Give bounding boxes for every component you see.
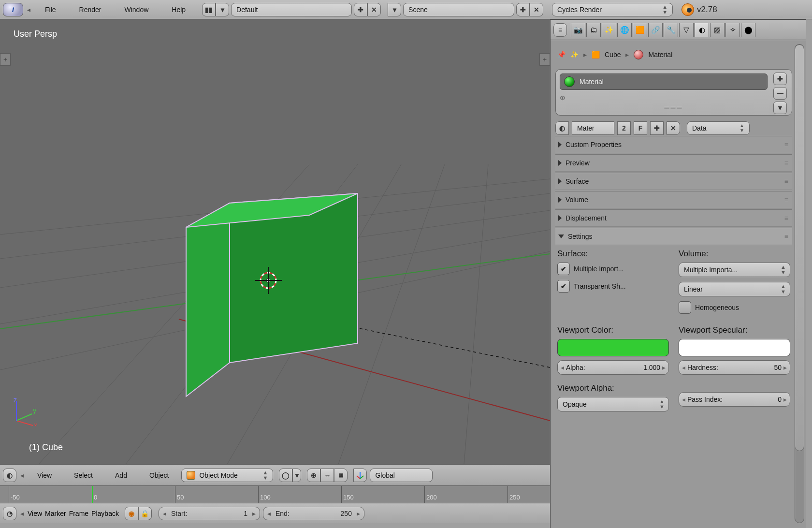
decrement-icon[interactable]: ◂ [161, 510, 168, 517]
list-resize-handle[interactable]: ═══ [560, 103, 788, 111]
homogeneous-row[interactable]: Homogeneous [679, 301, 790, 314]
fake-user-button[interactable]: F [634, 121, 647, 135]
select-menu[interactable]: Select [64, 471, 102, 479]
pin-icon[interactable]: 📌 [557, 51, 566, 59]
timeline-view-menu[interactable]: View [28, 510, 42, 517]
breadcrumb-material[interactable]: Material [648, 51, 672, 59]
scene-add-button[interactable]: ✚ [516, 3, 530, 16]
material-link-dropdown[interactable]: Data ▲▼ [687, 121, 750, 135]
increment-icon[interactable]: ▸ [355, 510, 362, 517]
new-material-slot-icon[interactable]: ⊕ [560, 94, 566, 102]
shading-mode-button[interactable]: ◯ [279, 469, 292, 482]
layout-prev-button[interactable]: ▮▮ [202, 3, 216, 16]
add-menu[interactable]: Add [105, 471, 137, 479]
orientation-dropdown[interactable]: Global [370, 469, 433, 482]
timeline-frame-menu[interactable]: Frame [69, 510, 88, 517]
lock-button[interactable]: 🔒 [138, 507, 152, 520]
start-frame-field[interactable]: ◂ Start: 1 ▸ [159, 507, 260, 520]
mis-checkbox-row[interactable]: ✔Multiple Import... [557, 263, 669, 275]
material-slot[interactable]: Material [560, 73, 768, 90]
3d-viewport[interactable]: + + User Persp [0, 19, 550, 464]
panel-surface[interactable]: Surface≡ [555, 173, 792, 190]
material-users-button[interactable]: 2 [617, 121, 631, 135]
menu-render[interactable]: Render [69, 0, 112, 19]
render-engine-dropdown[interactable]: Cycles Render ▲▼ [552, 3, 673, 16]
editor-type-properties-icon[interactable]: ≡ [553, 23, 567, 37]
editor-type-3dview-icon[interactable]: ◐ [3, 469, 16, 482]
layout-remove-button[interactable]: ✕ [367, 3, 381, 16]
panel-preview[interactable]: Preview≡ [555, 154, 792, 172]
slot-specials-button[interactable]: ▼ [773, 102, 787, 114]
tab-render-layers[interactable]: 🗂 [586, 23, 601, 37]
screen-layout-field[interactable]: Default [231, 3, 352, 16]
shading-dropdown[interactable]: ▾ [292, 469, 301, 482]
viewport-color-well[interactable] [557, 339, 669, 356]
hardness-field[interactable]: ◂Hardness:50▸ [679, 360, 790, 375]
top-menu-bar: i ◂ File Render Window Help ▮▮ ▾ Default… [0, 0, 812, 19]
version-label: v2.78 [697, 5, 717, 15]
tab-data[interactable]: ▽ [679, 23, 694, 37]
scrollbar-thumb[interactable] [795, 44, 804, 451]
scene-name-field[interactable]: Scene [403, 3, 514, 16]
panel-displacement[interactable]: Displacement≡ [555, 209, 792, 227]
menu-window[interactable]: Window [114, 0, 159, 19]
volume-sampling-dropdown[interactable]: Multiple Importa...▲▼ [679, 263, 790, 277]
info-editor-icon[interactable]: i [3, 3, 23, 16]
tab-modifiers[interactable]: 🔧 [664, 23, 678, 37]
panel-custom-properties[interactable]: Custom Properties≡ [555, 136, 792, 153]
panel-volume[interactable]: Volume≡ [555, 191, 792, 208]
layout-browse-button[interactable]: ▾ [216, 3, 229, 16]
decrement-icon[interactable]: ◂ [265, 510, 273, 517]
viewport-alpha-dropdown[interactable]: Opaque▲▼ [557, 397, 669, 411]
material-name-field[interactable]: Mater [572, 121, 614, 135]
increment-icon[interactable]: ▸ [250, 510, 258, 517]
scene-browse-button[interactable]: ▾ [388, 3, 401, 16]
tab-world[interactable]: 🌐 [617, 23, 632, 37]
viewport-specular-label: Viewport Specular: [679, 325, 790, 335]
tab-physics[interactable]: ⬤ [741, 23, 755, 37]
tab-render[interactable]: 📷 [571, 23, 585, 37]
view-menu[interactable]: View [28, 471, 61, 479]
material-new-button[interactable]: ✚ [650, 121, 664, 135]
material-name-row: ◐ Mater 2 F ✚ ✕ Data ▲▼ [555, 121, 792, 135]
tab-object[interactable]: 🟧 [633, 23, 647, 37]
tab-constraints[interactable]: 🔗 [648, 23, 663, 37]
pivot-button[interactable]: ⊕ [307, 469, 320, 482]
object-menu[interactable]: Object [140, 471, 178, 479]
mode-dropdown[interactable]: Object Mode ▲▼ [181, 469, 273, 482]
panel-settings[interactable]: Settings≡ [555, 228, 792, 245]
transform-orientation-icon[interactable] [353, 469, 367, 482]
homogeneous-label: Homogeneous [695, 304, 739, 311]
timeline-marker-menu[interactable]: Marker [45, 510, 66, 517]
scene-remove-button[interactable]: ✕ [530, 3, 543, 16]
slot-add-button[interactable]: ✚ [773, 73, 787, 85]
material-unlink-button[interactable]: ✕ [667, 121, 680, 135]
menu-file[interactable]: File [34, 0, 67, 19]
manipulator-button[interactable]: ↔ [320, 469, 334, 482]
breadcrumb-object[interactable]: Cube [605, 51, 621, 59]
tab-scene[interactable]: ✨ [602, 23, 616, 37]
auto-keyframe-button[interactable]: ◉ [125, 507, 138, 520]
layout-add-button[interactable]: ✚ [354, 3, 367, 16]
properties-scrollbar[interactable] [795, 44, 804, 523]
tab-particles[interactable]: ✧ [725, 23, 740, 37]
svg-line-29 [360, 476, 363, 479]
tab-material[interactable]: ◐ [695, 23, 709, 37]
viewport-specular-well[interactable] [679, 339, 790, 356]
timeline-track[interactable]: -50 0 50 100 150 200 250 [0, 485, 550, 503]
material-browse-button[interactable]: ◐ [555, 121, 569, 135]
editor-type-timeline-icon[interactable]: ◔ [3, 507, 16, 520]
layers-button[interactable]: ▦ [334, 469, 348, 482]
alpha-field[interactable]: ◂Alpha:1.000▸ [557, 360, 669, 375]
tab-texture[interactable]: ▨ [710, 23, 725, 37]
menu-help[interactable]: Help [161, 0, 196, 19]
pass-index-field[interactable]: ◂Pass Index:0▸ [679, 392, 790, 407]
slot-remove-button[interactable]: — [773, 87, 787, 100]
volume-interp-dropdown[interactable]: Linear▲▼ [679, 282, 790, 296]
end-frame-field[interactable]: ◂ End: 250 ▸ [263, 507, 364, 520]
timeline-playback-menu[interactable]: Playback [91, 510, 119, 517]
material-ball-icon [634, 50, 643, 59]
transparent-shadows-row[interactable]: ✔Transparent Sh... [557, 280, 669, 293]
svg-line-21 [16, 421, 33, 425]
timeline-tick: 250 [508, 486, 520, 503]
